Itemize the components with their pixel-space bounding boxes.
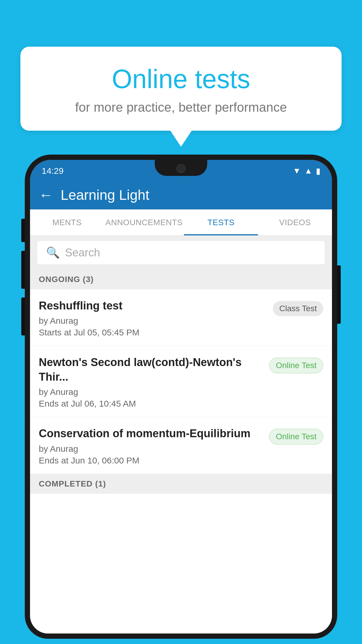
app-bar: ← Learning Light [30,180,332,209]
test-name-newtons: Newton's Second law(contd)-Newton's Thir… [39,355,263,384]
phone-outer-frame: 14:29 ▼ ▲ ▮ ← Learning Light MENTS ANNOU… [25,155,337,639]
test-list: Reshuffling test by Anurag Starts at Jul… [30,289,332,634]
test-badge-reshuffling: Class Test [273,301,323,316]
tabs-bar: MENTS ANNOUNCEMENTS TESTS VIDEOS [30,209,332,236]
test-item-reshuffling[interactable]: Reshuffling test by Anurag Starts at Jul… [30,289,332,346]
ongoing-section-header: ONGOING (3) [30,270,332,289]
search-container: 🔍 Search [30,236,332,270]
test-badge-newtons: Online Test [269,358,323,373]
promo-card: Online tests for more practice, better p… [20,47,342,131]
test-date-reshuffling: Starts at Jul 05, 05:45 PM [39,328,267,337]
tab-videos[interactable]: VIDEOS [258,209,332,235]
test-info-conservation: Conservation of momentum-Equilibrium by … [39,426,269,465]
promo-subtitle: for more practice, better performance [35,100,327,115]
test-name-reshuffling: Reshuffling test [39,299,267,313]
phone-mockup: 14:29 ▼ ▲ ▮ ← Learning Light MENTS ANNOU… [25,155,337,644]
search-placeholder: Search [65,246,100,259]
phone-side-button-power [337,265,341,324]
test-badge-conservation: Online Test [269,429,323,444]
promo-title: Online tests [35,64,327,94]
status-time: 14:29 [42,166,64,176]
app-title: Learning Light [61,187,149,203]
test-item-conservation[interactable]: Conservation of momentum-Equilibrium by … [30,417,332,474]
test-info-newtons: Newton's Second law(contd)-Newton's Thir… [39,355,269,409]
test-author-newtons: by Anurag [39,387,263,397]
wifi-icon: ▼ [293,166,301,176]
completed-section-header: COMPLETED (1) [30,474,332,494]
phone-camera [176,164,186,173]
test-date-newtons: Ends at Jul 06, 10:45 AM [39,399,263,409]
test-item-newtons[interactable]: Newton's Second law(contd)-Newton's Thir… [30,346,332,417]
search-box[interactable]: 🔍 Search [37,241,325,264]
battery-icon: ▮ [316,166,320,176]
phone-screen: 14:29 ▼ ▲ ▮ ← Learning Light MENTS ANNOU… [30,160,332,634]
test-author-conservation: by Anurag [39,444,263,454]
phone-side-button-volume-down [21,298,25,335]
phone-side-button-volume-mute [21,219,25,242]
signal-icon: ▲ [304,166,312,176]
test-author-reshuffling: by Anurag [39,316,267,326]
tab-announcements[interactable]: ANNOUNCEMENTS [104,209,184,235]
phone-side-button-volume-up [21,251,25,289]
test-info-reshuffling: Reshuffling test by Anurag Starts at Jul… [39,299,273,337]
tab-ments[interactable]: MENTS [30,209,104,235]
test-date-conservation: Ends at Jun 10, 06:00 PM [39,456,263,466]
test-name-conservation: Conservation of momentum-Equilibrium [39,426,263,441]
search-icon: 🔍 [46,246,60,259]
tab-tests[interactable]: TESTS [184,209,258,235]
back-button[interactable]: ← [39,188,53,202]
status-icons: ▼ ▲ ▮ [293,166,320,176]
